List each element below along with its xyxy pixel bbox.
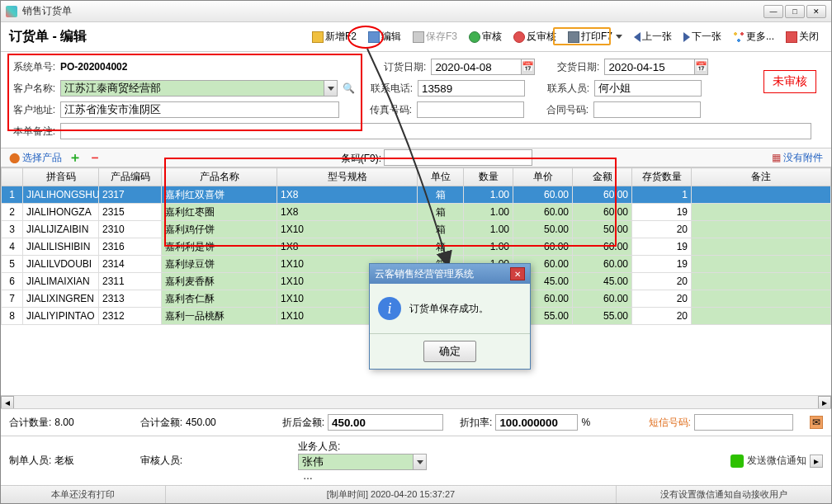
deliv-date-input[interactable]	[604, 59, 695, 75]
cell[interactable]: 1.00	[464, 238, 513, 256]
cell[interactable]: 2314	[99, 256, 162, 273]
col-header[interactable]: 产品编码	[99, 168, 162, 186]
col-header[interactable]: 型号规格	[277, 168, 418, 186]
cell[interactable]: 1	[2, 186, 23, 204]
cell[interactable]: 嘉利鸡仔饼	[162, 221, 277, 238]
table-row[interactable]: 1JIALIHONGSHU2317嘉利红双喜饼1X8箱1.0060.0060.0…	[2, 186, 831, 204]
cell[interactable]: 嘉利红枣圈	[162, 204, 277, 221]
cell[interactable]: 1X8	[277, 238, 418, 256]
cell[interactable]: JIALIJIZAIBIN	[23, 221, 99, 238]
cell[interactable]	[692, 204, 831, 221]
cell[interactable]: 1	[632, 186, 692, 204]
cell[interactable]: 2310	[99, 221, 162, 238]
wechat-notify-link[interactable]: 发送微信通知	[747, 454, 806, 468]
col-header[interactable]: 数量	[464, 168, 513, 186]
cell[interactable]: 嘉利利是饼	[162, 238, 277, 256]
col-header[interactable]: 产品名称	[162, 168, 277, 186]
disc-rate-input[interactable]	[495, 414, 578, 431]
cell[interactable]: 19	[632, 238, 692, 256]
col-header[interactable]: 单价	[513, 168, 573, 186]
cell[interactable]: 2313	[99, 290, 162, 308]
cell[interactable]: JIALIHONGZA	[23, 204, 99, 221]
table-row[interactable]: 2JIALIHONGZA2315嘉利红枣圈1X8箱1.0060.0060.001…	[2, 204, 831, 221]
sms-input[interactable]	[694, 414, 793, 431]
cell[interactable]: JIALILISHIBIN	[23, 238, 99, 256]
cell[interactable]: 60.00	[573, 256, 632, 273]
cell[interactable]: 60.00	[573, 238, 632, 256]
cell[interactable]: 45.00	[573, 273, 632, 290]
col-header[interactable]: 备注	[692, 168, 831, 186]
cell[interactable]: 1.00	[464, 204, 513, 221]
sales-input[interactable]	[298, 454, 414, 470]
cell[interactable]: 箱	[418, 238, 464, 256]
dialog-close-button[interactable]: ✕	[510, 267, 525, 280]
cell[interactable]: 60.00	[513, 204, 573, 221]
cell[interactable]: JIALILVDOUBI	[23, 256, 99, 273]
wechat-send-button[interactable]: ▸	[810, 455, 823, 468]
cell[interactable]: 2	[2, 204, 23, 221]
close-button[interactable]: 关闭	[782, 28, 823, 45]
cell[interactable]: JIALIMAIXIAN	[23, 273, 99, 290]
new-button[interactable]: 新增F2	[308, 28, 361, 45]
cust-name-input[interactable]	[60, 80, 324, 97]
cell[interactable]	[692, 273, 831, 290]
cell[interactable]: 1.00	[464, 221, 513, 238]
col-header[interactable]: 金额	[573, 168, 632, 186]
cust-name-dropdown[interactable]	[324, 80, 338, 97]
cell[interactable]: 8	[2, 308, 23, 325]
dialog-ok-button[interactable]: 确定	[423, 341, 476, 362]
cell[interactable]: 60.00	[573, 204, 632, 221]
cell[interactable]: 1.00	[464, 186, 513, 204]
cell[interactable]: 50.00	[573, 221, 632, 238]
phone-input[interactable]	[418, 80, 525, 97]
cust-search-icon[interactable]: 🔍	[343, 82, 355, 94]
order-date-input[interactable]	[431, 59, 522, 75]
col-header[interactable]: 拼音码	[23, 168, 99, 186]
cell[interactable]: 55.00	[573, 308, 632, 325]
cell[interactable]: 60.00	[573, 290, 632, 308]
cell[interactable]: 2312	[99, 308, 162, 325]
cell[interactable]	[692, 221, 831, 238]
close-window-button[interactable]: ✕	[806, 5, 826, 18]
cell[interactable]	[692, 308, 831, 325]
col-header[interactable]: 单位	[418, 168, 464, 186]
print-button[interactable]: 打印F7	[564, 28, 626, 45]
edit-button[interactable]: 编辑	[364, 28, 405, 45]
more-button[interactable]: 更多...	[729, 28, 778, 45]
cell[interactable]: 2316	[99, 238, 162, 256]
cell[interactable]: 19	[632, 256, 692, 273]
cell[interactable]	[692, 238, 831, 256]
sms-send-button[interactable]: ✉	[810, 416, 823, 429]
save-button[interactable]: 保存F3	[409, 28, 461, 45]
fax-input[interactable]	[417, 101, 524, 118]
table-row[interactable]: 4JIALILISHIBIN2316嘉利利是饼1X8箱1.0060.0060.0…	[2, 238, 831, 256]
sales-dropdown[interactable]	[414, 454, 427, 470]
cell[interactable]: 60.00	[513, 186, 573, 204]
cell[interactable]: 50.00	[513, 221, 573, 238]
cell[interactable]	[692, 186, 831, 204]
barcode-input[interactable]	[384, 149, 532, 166]
sales-more-button[interactable]: …	[303, 470, 313, 482]
cell[interactable]: 60.00	[513, 238, 573, 256]
h-scrollbar[interactable]: ◂ ▸	[1, 395, 831, 408]
no-attach-link[interactable]: ▦没有附件	[772, 151, 823, 165]
cell[interactable]	[692, 256, 831, 273]
cell[interactable]: JIALIYIPINTAO	[23, 308, 99, 325]
scroll-right-button[interactable]: ▸	[818, 396, 831, 409]
remark-input[interactable]	[60, 123, 811, 139]
cell[interactable]: 箱	[418, 221, 464, 238]
cell[interactable]: 嘉利红双喜饼	[162, 186, 277, 204]
cell[interactable]: 1X8	[277, 204, 418, 221]
cell[interactable]: 嘉利绿豆饼	[162, 256, 277, 273]
cell[interactable]: 2311	[99, 273, 162, 290]
cell[interactable]: 20	[632, 221, 692, 238]
minimize-button[interactable]: —	[763, 5, 783, 18]
cell[interactable]: 20	[632, 308, 692, 325]
cell[interactable]: 20	[632, 273, 692, 290]
prev-button[interactable]: 上一张	[630, 28, 676, 45]
audit-button[interactable]: 审核	[465, 28, 506, 45]
contract-input[interactable]	[593, 101, 701, 118]
cell[interactable]	[692, 290, 831, 308]
contact-input[interactable]	[594, 80, 702, 97]
disc-amt-input[interactable]	[328, 414, 443, 431]
